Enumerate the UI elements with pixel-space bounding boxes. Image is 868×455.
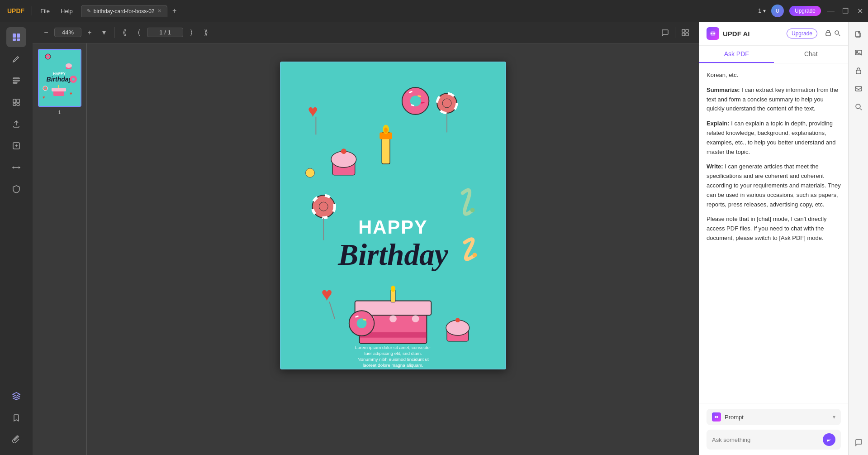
active-tab[interactable]: ✎ birthday-card-for-boss-02 ✕ bbox=[81, 5, 167, 17]
thumbnail-page-1[interactable]: HAPPY Birthday ♥ bbox=[36, 49, 83, 115]
zoom-dropdown[interactable]: ▾ bbox=[98, 26, 110, 39]
right-icon-to-image[interactable] bbox=[851, 45, 866, 60]
tab-bar: ✎ birthday-card-for-boss-02 ✕ + bbox=[81, 5, 754, 17]
page-nav: ⟪ ⟨ ⟩ ⟫ bbox=[118, 26, 212, 39]
svg-rect-92 bbox=[856, 70, 861, 74]
page-prev-btn[interactable]: ⟨ bbox=[133, 26, 145, 39]
right-icon-lock[interactable] bbox=[851, 63, 866, 78]
svg-point-56 bbox=[305, 168, 314, 177]
comment-btn[interactable] bbox=[659, 26, 671, 39]
ai-logo-icon bbox=[707, 27, 719, 40]
svg-rect-22 bbox=[52, 88, 66, 91]
svg-point-42 bbox=[437, 93, 457, 113]
zoom-input[interactable] bbox=[54, 28, 81, 37]
tab-label: birthday-card-for-boss-02 bbox=[94, 8, 155, 14]
sidebar-item-bookmark[interactable] bbox=[6, 408, 26, 428]
ai-input-field[interactable] bbox=[712, 436, 819, 443]
page-input[interactable] bbox=[147, 28, 183, 37]
svg-point-88 bbox=[716, 416, 718, 418]
sidebar-item-edit[interactable] bbox=[6, 49, 26, 69]
main-content: − + ▾ ⟪ ⟨ ⟩ ⟫ bbox=[0, 22, 868, 455]
sidebar-item-pages[interactable] bbox=[6, 27, 26, 47]
thumbnail-image-1: HAPPY Birthday ♥ bbox=[38, 49, 81, 107]
sidebar-item-protect[interactable] bbox=[6, 179, 26, 199]
svg-text:Birthday: Birthday bbox=[46, 76, 72, 83]
svg-point-64 bbox=[391, 286, 395, 292]
thumbnail-panel: HAPPY Birthday ♥ bbox=[33, 43, 87, 455]
right-icon-to-doc[interactable] bbox=[851, 27, 866, 42]
svg-point-66 bbox=[389, 315, 397, 322]
close-btn[interactable]: ✕ bbox=[855, 6, 864, 15]
svg-point-83 bbox=[711, 33, 712, 34]
svg-rect-5 bbox=[13, 80, 19, 81]
sidebar-item-annotate[interactable] bbox=[6, 71, 26, 91]
svg-text:Lorem ipsum dolor sit amet, co: Lorem ipsum dolor sit amet, consecte- bbox=[355, 345, 431, 350]
svg-rect-7 bbox=[13, 99, 16, 103]
right-icon-bar bbox=[848, 22, 868, 455]
new-tab-btn[interactable]: + bbox=[169, 5, 180, 16]
tab-close-btn[interactable]: ✕ bbox=[157, 8, 161, 14]
svg-text:Birthday: Birthday bbox=[337, 238, 449, 272]
sidebar-item-export[interactable] bbox=[6, 114, 26, 134]
page-next-btn[interactable]: ⟩ bbox=[185, 26, 198, 39]
message-note: Please note that in [chat] mode, I can't… bbox=[707, 215, 841, 243]
app-logo[interactable]: UPDF bbox=[4, 5, 28, 16]
svg-point-67 bbox=[412, 315, 419, 322]
ai-send-button[interactable] bbox=[823, 433, 835, 446]
zoom-out-btn[interactable]: − bbox=[40, 26, 52, 39]
ai-lock-icon[interactable] bbox=[825, 29, 832, 38]
maximize-btn[interactable]: ❐ bbox=[841, 6, 850, 15]
layout-btn[interactable] bbox=[679, 26, 692, 39]
ai-input-area bbox=[707, 430, 841, 450]
sidebar-item-layers[interactable] bbox=[6, 386, 26, 406]
toolbar-divider-1 bbox=[114, 27, 114, 38]
ai-footer: Prompt ▾ bbox=[699, 403, 848, 455]
tab-ask-pdf[interactable]: Ask PDF bbox=[699, 46, 774, 63]
svg-rect-9 bbox=[13, 104, 16, 105]
tab-chat[interactable]: Chat bbox=[774, 46, 849, 63]
message-explain: Explain: I can explain a topic in depth,… bbox=[707, 119, 841, 157]
right-icon-email[interactable] bbox=[851, 81, 866, 96]
svg-rect-13 bbox=[686, 29, 688, 32]
svg-text:HAPPY: HAPPY bbox=[53, 72, 66, 76]
page-num-text: 1 bbox=[758, 8, 761, 14]
tab-icon: ✎ bbox=[87, 8, 91, 14]
svg-point-28 bbox=[72, 78, 75, 81]
user-avatar[interactable]: U bbox=[771, 5, 784, 17]
menu-file[interactable]: File bbox=[36, 6, 54, 16]
right-icon-search[interactable] bbox=[851, 100, 866, 114]
ai-upgrade-button[interactable]: Upgrade bbox=[787, 29, 817, 38]
svg-text:Nonummy nibh euismod tincidunt: Nonummy nibh euismod tincidunt ut bbox=[357, 357, 429, 362]
ai-panel-header: UPDF AI Upgrade bbox=[699, 22, 848, 46]
minimize-btn[interactable]: — bbox=[826, 6, 835, 15]
title-bar: UPDF File Help ✎ birthday-card-for-boss-… bbox=[0, 0, 868, 22]
svg-point-57 bbox=[470, 208, 474, 212]
svg-point-73 bbox=[455, 318, 460, 322]
menu-help[interactable]: Help bbox=[56, 6, 77, 16]
prompt-selector[interactable]: Prompt ▾ bbox=[707, 409, 841, 425]
page-first-btn[interactable]: ⟪ bbox=[118, 26, 131, 39]
ai-message-content: Korean, etc. Summarize: I can extract ke… bbox=[707, 71, 841, 243]
svg-rect-6 bbox=[13, 82, 17, 83]
right-icon-chat-bubble[interactable] bbox=[851, 435, 866, 450]
sidebar-item-attach[interactable] bbox=[6, 430, 26, 450]
thumbnail-page-number: 1 bbox=[58, 110, 61, 115]
sidebar-item-organize[interactable] bbox=[6, 92, 26, 112]
sidebar-item-convert[interactable] bbox=[6, 158, 26, 177]
sidebar-item-ocr[interactable] bbox=[6, 136, 26, 156]
svg-rect-0 bbox=[13, 34, 16, 38]
svg-point-26 bbox=[44, 87, 46, 89]
summarize-heading: Summarize: bbox=[707, 86, 741, 93]
svg-point-86 bbox=[835, 31, 839, 34]
page-last-btn[interactable]: ⟫ bbox=[199, 26, 212, 39]
svg-point-37 bbox=[341, 148, 346, 154]
zoom-in-btn[interactable]: + bbox=[83, 26, 96, 39]
write-text: I can generate articles that meet the sp… bbox=[707, 163, 841, 207]
ai-search-icon[interactable] bbox=[834, 29, 841, 38]
toolbar-divider-2 bbox=[675, 27, 675, 38]
svg-rect-10 bbox=[17, 104, 19, 105]
toolbar-right bbox=[659, 26, 692, 39]
svg-rect-3 bbox=[17, 38, 20, 41]
document-canvas: ♥ bbox=[87, 43, 699, 455]
upgrade-button[interactable]: Upgrade bbox=[789, 6, 821, 16]
